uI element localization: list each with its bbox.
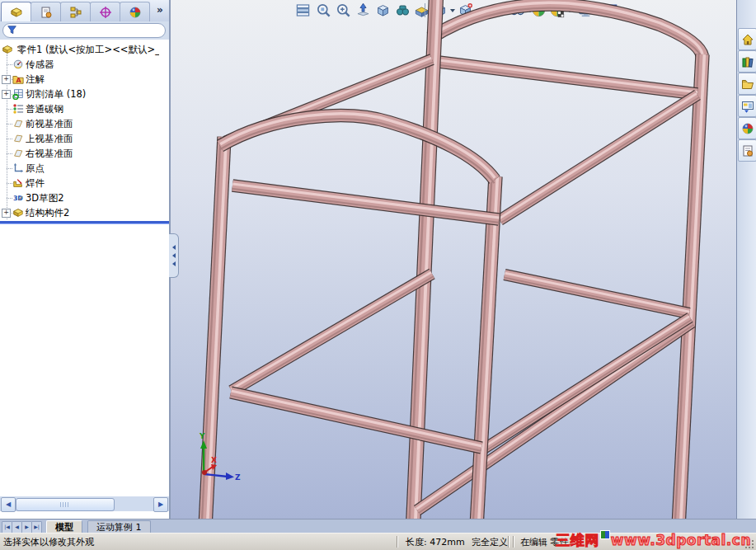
member-front-cross-rail[interactable] [232,184,500,223]
filter-funnel-icon [7,26,16,35]
tree-item-label: 3D草图2 [26,192,64,204]
doc-tab-motion-study[interactable]: 运动算例 1 [87,520,151,534]
tree-item-label: 普通碳钢 [26,103,63,115]
dimxpert-target-icon [96,6,115,19]
sensors-icon [12,59,24,70]
view-palette-button[interactable] [738,95,756,117]
file-explorer-button[interactable] [738,73,756,95]
scroll-right-button[interactable]: ▶ [153,497,168,512]
tree-filter-input[interactable] [2,23,166,38]
graphics-viewport[interactable]: YZX [171,0,736,519]
weldment-icon [12,177,24,189]
origin-icon [12,162,24,174]
filter-row [0,21,169,40]
featuremanager-tab-bar [0,0,169,22]
tree-item[interactable]: +A注解 [0,72,169,87]
structural-icon [12,207,24,219]
part-gold-icon [2,44,13,55]
member-right-mid-rail[interactable] [504,273,689,316]
plane-icon [12,148,24,159]
expander-icon[interactable]: + [2,209,11,218]
tree-item-label: 原点 [26,162,45,175]
status-editing-label: 在编辑 零件 [520,536,569,548]
tree-item-label: 前视基准面 [26,118,73,130]
panel-collapse-handle[interactable] [169,233,179,278]
origin-point[interactable] [202,470,207,475]
tree-item[interactable]: +切割清单 (18) [0,87,169,101]
view-palette-icon [741,100,754,113]
file-explorer-icon [741,78,754,91]
expander-icon[interactable]: + [2,90,11,99]
doc-tab-model[interactable]: 模型 [46,520,82,534]
tree-item-label: 切割清单 (18) [26,88,86,101]
featuremanager-panel: » 零件1 (默认<按加工><<默认>_外传感器+A注解+切割清单 (18)普通… [0,0,171,519]
member-back-arch[interactable] [430,2,702,59]
appearances-scenes-icon [741,122,754,135]
tab-displaymanager[interactable] [120,2,150,21]
tree-item-label: 注解 [26,73,45,86]
tree-item[interactable]: +结构构件2 [0,205,169,220]
appearances-scenes-button[interactable] [738,117,756,139]
member-left-mid-rail[interactable] [231,272,434,393]
rollback-bar[interactable] [0,221,169,224]
member-front-arch[interactable] [219,114,495,183]
svg-text:Y: Y [199,432,205,440]
tab-propertymanager[interactable] [31,2,61,21]
tree-root-label: 零件1 (默认<按加工><<默认>_外 [17,44,159,56]
member-right-bottom-rail[interactable] [478,317,692,454]
tree-item[interactable]: 前视基准面 [0,116,169,131]
solidworks-resources-icon [741,33,754,46]
sketch3d-icon: 3D [12,192,24,204]
member-front-bottom-rail[interactable] [230,391,481,451]
tab-dimxpertmanager[interactable] [90,2,120,21]
member-back-bottom-rail[interactable] [416,321,693,513]
tab-configurationmanager[interactable] [60,2,91,21]
document-tab-row: |◀◀▶▶|模型运动算例 1 [0,519,756,534]
tree-item-label: 右视基准面 [26,148,73,160]
tab-nav-last-button[interactable]: ▶| [31,521,42,534]
panel-horizontal-scrollbar[interactable]: ◀ ▶ [0,496,169,511]
tree-root-item[interactable]: 零件1 (默认<按加工><<默认>_外 [0,42,169,57]
tree-item-label: 焊件 [26,177,45,190]
design-library-button[interactable] [738,50,756,73]
tree-item-label: 传感器 [26,59,54,71]
window-resize-grip[interactable] [744,539,754,549]
config-blocks-icon [67,6,85,19]
status-message: 选择实体以修改其外观 [3,536,94,548]
member-front-right-leg[interactable] [473,176,498,519]
model-weldment-frame[interactable]: YZX [171,0,736,519]
scroll-left-button[interactable]: ◀ [1,497,16,512]
svg-text:A: A [16,77,21,84]
custom-properties-icon [741,144,754,157]
tree-item[interactable]: 右视基准面 [0,146,169,161]
expander-icon[interactable]: + [2,75,11,84]
solidworks-window: YZX » 零件1 (默认<按加工><<默认>_外传感器+A注解+切割清单 (1… [0,0,756,550]
annotations-icon: A [12,73,24,85]
material-icon [12,103,24,115]
tree-item[interactable]: 传感器 [0,57,169,72]
tab-featuremanager-tree[interactable] [1,2,31,22]
plane-icon [12,118,24,129]
status-length-value: 长度: 472mm [406,536,465,548]
status-definition-state: 完全定义 [472,536,508,548]
tree-item[interactable]: 上视基准面 [0,131,169,146]
display-ball-icon [126,6,144,19]
tree-item[interactable]: 原点 [0,161,169,176]
status-bar: 选择实体以修改其外观 长度: 472mm 完全定义 在编辑 零件 [0,533,756,550]
task-pane-strip [736,0,756,519]
tree-item[interactable]: 焊件 [0,176,169,190]
member-back-top-rail[interactable] [432,59,698,97]
part-gold-icon [7,6,26,19]
property-sheet-icon [37,6,55,19]
member-right-top-rail[interactable] [499,93,699,223]
tree-item[interactable]: 3D3D草图2 [0,190,169,205]
tab-overflow-chevron[interactable]: » [153,3,167,16]
tree-item-label: 结构构件2 [26,207,69,219]
custom-properties-button[interactable] [738,139,756,162]
design-library-icon [741,55,754,68]
member-back-right-leg[interactable] [675,54,705,519]
scrollbar-thumb[interactable] [16,498,115,511]
svg-text:X: X [211,456,217,464]
tree-item[interactable]: 普通碳钢 [0,101,169,116]
solidworks-resources-button[interactable] [738,28,756,50]
